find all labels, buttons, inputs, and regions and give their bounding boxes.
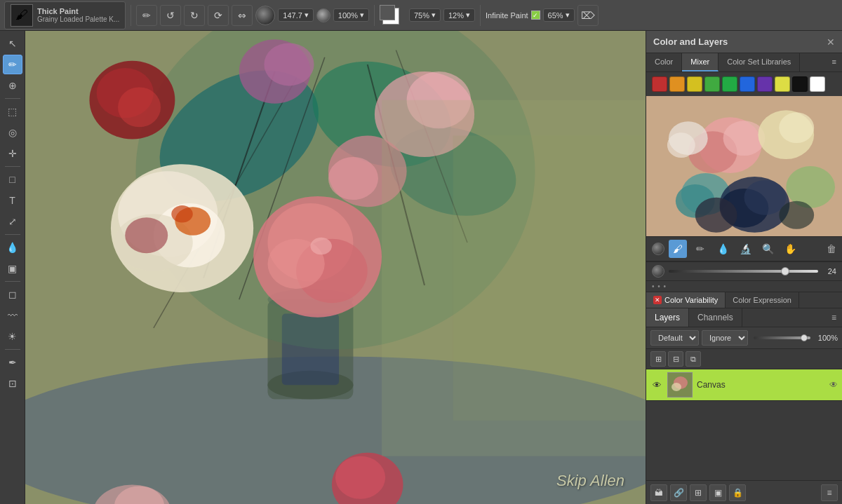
swatch-purple[interactable] xyxy=(757,76,773,92)
left-tool-brush[interactable]: ✏ xyxy=(3,55,22,74)
left-tool-fill[interactable]: ▣ xyxy=(3,259,22,278)
canvas-area[interactable]: Skip Allen xyxy=(25,31,646,504)
flow-value: 75% xyxy=(414,11,429,20)
swatch-red[interactable] xyxy=(652,76,667,92)
swatch-yellow[interactable] xyxy=(687,76,702,92)
bleed-control[interactable]: 12% ▾ xyxy=(443,8,475,22)
layer-thumb-svg xyxy=(668,373,693,397)
left-tool-pointer[interactable]: ↖ xyxy=(3,34,22,53)
tab-color[interactable]: Color xyxy=(646,53,682,71)
left-tool-eraser[interactable]: ◻ xyxy=(3,285,22,304)
opacity-dropdown-icon[interactable]: ▾ xyxy=(360,11,364,20)
stylus-btn[interactable]: ✏ xyxy=(136,5,157,26)
panel-close-btn[interactable]: ✕ xyxy=(827,36,835,48)
left-sep3 xyxy=(5,234,20,235)
color-tab-menu[interactable]: ≡ xyxy=(827,53,842,71)
left-toolbar: ↖ ✏ ⊕ ⬚ ◎ ✛ □ T ⤢ 💧 ▣ ◻ 〰 ☀ ✒ ⊡ xyxy=(0,31,25,504)
infinite-paint-control: Infinite Paint ✓ xyxy=(486,11,540,20)
mixer-brush-btn[interactable]: 🖌 xyxy=(669,240,687,258)
size-dropdown-icon[interactable]: ▾ xyxy=(305,11,309,20)
layers-bottom-lock[interactable]: 🔒 xyxy=(729,484,746,501)
swatch-orange[interactable] xyxy=(669,76,685,92)
svg-point-57 xyxy=(667,132,695,158)
brush-opacity-circle xyxy=(316,8,330,22)
eraser-btn[interactable]: ⌦ xyxy=(577,5,599,26)
mixer-zoom-btn[interactable]: 🔍 xyxy=(759,240,777,258)
color-swatch-pair[interactable] xyxy=(380,5,406,26)
layers-bottom-add[interactable]: 🏔 xyxy=(650,484,667,501)
layers-bottom-merge[interactable]: ▣ xyxy=(709,484,726,501)
layers-blend-mode[interactable]: Default xyxy=(650,330,699,346)
left-tool-rectangle[interactable]: □ xyxy=(3,170,22,189)
swatch-white[interactable] xyxy=(810,76,825,92)
opacity-container: 100% xyxy=(754,334,838,342)
mixer-dots-row: • • • xyxy=(646,281,842,292)
left-sep2 xyxy=(5,166,20,167)
flow-control[interactable]: 75% ▾ xyxy=(409,8,441,22)
layers-opacity-slider[interactable] xyxy=(754,336,810,339)
mixer-size-slider[interactable] xyxy=(669,270,818,273)
left-tool-burn[interactable]: ☀ xyxy=(3,327,22,346)
mixer-size-indicator xyxy=(652,265,664,278)
zoom-value: 65% xyxy=(548,11,563,20)
opacity-control[interactable]: 100% ▾ xyxy=(333,8,369,22)
mixer-delete-btn[interactable]: 🗑 xyxy=(827,243,836,254)
swatch-yellow2[interactable] xyxy=(775,76,790,92)
swatch-black[interactable] xyxy=(792,76,808,92)
foreground-swatch[interactable] xyxy=(380,5,395,20)
left-tool-move[interactable]: ✛ xyxy=(3,144,22,163)
brush-sub: Grainy Loaded Palette K... xyxy=(37,15,119,23)
size-value: 147.7 xyxy=(283,11,302,20)
svg-point-49 xyxy=(779,112,814,143)
layer-name-canvas: Canvas xyxy=(697,380,825,390)
left-tool-crop[interactable]: ⊡ xyxy=(3,374,22,393)
size-control[interactable]: 147.7 ▾ xyxy=(278,8,314,22)
layers-bottom-link[interactable]: 🔗 xyxy=(670,484,687,501)
layer-lock-icon[interactable]: 👁 xyxy=(829,380,838,390)
mixer-dropper2-btn[interactable]: 🔬 xyxy=(736,240,754,258)
swatch-blue[interactable] xyxy=(740,76,755,92)
layer-group-btn[interactable]: ⊟ xyxy=(668,351,683,367)
tab-libraries[interactable]: Color Set Libraries xyxy=(719,53,800,71)
mixer-canvas[interactable] xyxy=(646,96,842,236)
layer-item-canvas[interactable]: 👁 Canvas 👁 xyxy=(646,369,842,401)
redo-btn[interactable]: ↻ xyxy=(184,5,205,26)
tab-mixer[interactable]: Mixer xyxy=(682,53,719,71)
left-tool-eyedropper[interactable]: 💧 xyxy=(3,238,22,257)
mixer-pen-btn[interactable]: ✏ xyxy=(691,240,709,258)
left-tool-text[interactable]: T xyxy=(3,191,22,210)
layer-new-btn[interactable]: ⊞ xyxy=(650,351,666,367)
tab-layers[interactable]: Layers xyxy=(646,308,689,327)
left-tool-transform[interactable]: ⊕ xyxy=(3,76,22,95)
left-tool-lasso[interactable]: ◎ xyxy=(3,123,22,142)
swatch-green1[interactable] xyxy=(704,76,720,92)
zoom-dropdown-icon[interactable]: ▾ xyxy=(566,11,570,20)
mixer-hand-btn[interactable]: ✋ xyxy=(781,240,799,258)
brush-name: Thick Paint xyxy=(37,7,119,15)
left-tool-warp[interactable]: ⤢ xyxy=(3,212,22,231)
layers-composite[interactable]: Ignore xyxy=(702,330,748,346)
infinite-paint-checkbox[interactable]: ✓ xyxy=(531,11,540,20)
undo-btn[interactable]: ↺ xyxy=(160,5,181,26)
layer-duplicate-btn[interactable]: ⧉ xyxy=(686,351,701,367)
layers-bottom-menu[interactable]: ≡ xyxy=(821,484,838,501)
swatch-green2[interactable] xyxy=(722,76,737,92)
layers-bottom-group[interactable]: ⊞ xyxy=(690,484,707,501)
layers-tabs: Layers Channels ≡ xyxy=(646,308,842,327)
left-tool-smear[interactable]: 〰 xyxy=(3,306,22,325)
cv-tab-expression[interactable]: Color Expression xyxy=(726,292,799,308)
main-area: ↖ ✏ ⊕ ⬚ ◎ ✛ □ T ⤢ 💧 ▣ ◻ 〰 ☀ ✒ ⊡ xyxy=(0,31,842,504)
layer-visibility-eye[interactable]: 👁 xyxy=(650,379,663,391)
mirror-btn[interactable]: ⇔ xyxy=(232,5,253,26)
brush-info[interactable]: 🖌 Thick Paint Grainy Loaded Palette K... xyxy=(4,1,126,29)
left-tool-selection-rect[interactable]: ⬚ xyxy=(3,102,22,121)
tab-channels[interactable]: Channels xyxy=(689,308,742,327)
bleed-dropdown-icon[interactable]: ▾ xyxy=(466,11,470,20)
left-tool-pen[interactable]: ✒ xyxy=(3,353,22,372)
rotate-btn[interactable]: ⟳ xyxy=(208,5,229,26)
layers-tab-menu[interactable]: ≡ xyxy=(826,308,842,327)
zoom-control[interactable]: 65% ▾ xyxy=(543,8,575,22)
cv-tab-variability[interactable]: ✕ Color Variability xyxy=(646,292,726,308)
mixer-eyedropper-btn[interactable]: 💧 xyxy=(714,240,732,258)
flow-dropdown-icon[interactable]: ▾ xyxy=(432,11,436,20)
